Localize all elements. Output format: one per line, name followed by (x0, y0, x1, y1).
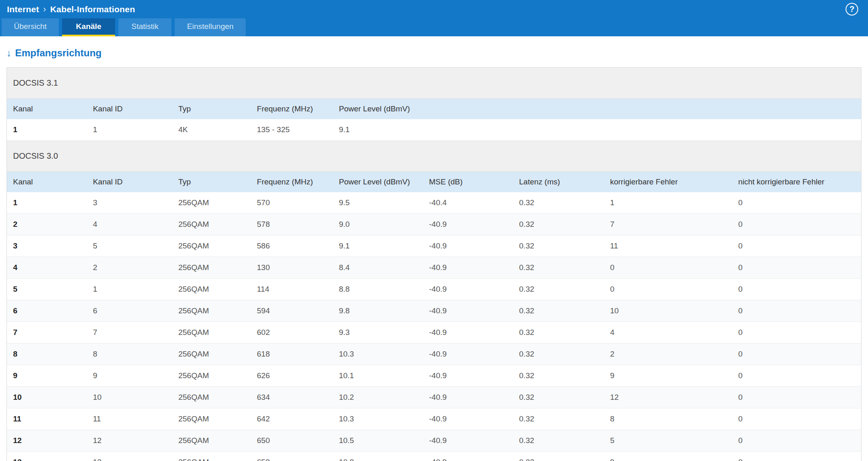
table-cell: 10.1 (333, 365, 423, 387)
column-header: Typ (172, 99, 251, 119)
table-cell: 4 (87, 214, 172, 235)
column-header: Kanal (7, 172, 87, 192)
breadcrumb-current-page: Kabel-Informationen (50, 4, 135, 14)
table-cell: 9.3 (333, 322, 423, 344)
column-header: Typ (172, 172, 251, 192)
table-cell: 642 (251, 408, 333, 430)
tab-einstellungen[interactable]: Einstellungen (175, 18, 246, 36)
table-cell: 0.32 (513, 344, 604, 365)
table-cell: 256QAM (172, 344, 251, 365)
table-cell: -40.9 (423, 235, 513, 257)
docsis30-table: KanalKanal IDTypFrequenz (MHz)Power Leve… (7, 172, 861, 461)
table-cell: 135 - 325 (251, 119, 333, 141)
table-cell: 9.1 (333, 119, 861, 141)
help-icon[interactable]: ? (846, 3, 858, 16)
table-cell: 10.3 (333, 344, 423, 365)
breadcrumb: Internet › Kabel-Informationen ? (0, 0, 868, 18)
docsis31-table-body: 114K135 - 3259.1 (7, 119, 861, 141)
table-cell: 0 (732, 279, 861, 300)
table-cell: 618 (251, 344, 333, 365)
docsis30-table-body: 13256QAM5709.5-40.40.321024256QAM5789.0-… (7, 192, 861, 461)
table-cell: 9.0 (333, 214, 423, 235)
docsis31-section-title: DOCSIS 3.1 (7, 68, 861, 99)
column-header: Frequenz (MHz) (251, 172, 333, 192)
column-header: Kanal ID (87, 99, 172, 119)
section-heading-empfangsrichtung: ↓ Empfangsrichtung (7, 47, 861, 59)
table-cell: 9 (604, 452, 732, 461)
docsis30-section-title: DOCSIS 3.0 (7, 141, 861, 172)
table-cell: 8.8 (333, 279, 423, 300)
tab-kanaele[interactable]: Kanäle (62, 18, 115, 36)
table-cell: 0.32 (513, 300, 604, 322)
table-cell: 0.32 (513, 387, 604, 408)
table-cell: 0 (604, 279, 732, 300)
table-cell: 8.4 (333, 257, 423, 279)
table-cell: 10 (87, 387, 172, 408)
table-cell: 12 (604, 387, 732, 408)
table-cell: 0.32 (513, 452, 604, 461)
table-cell: 7 (7, 322, 87, 344)
tab-statistik[interactable]: Statistik (118, 18, 171, 36)
table-cell: 0 (732, 365, 861, 387)
table-cell: -40.9 (423, 214, 513, 235)
table-cell: 13 (7, 452, 87, 461)
table-cell: -40.9 (423, 387, 513, 408)
column-header: Kanal (7, 99, 87, 119)
table-cell: 602 (251, 322, 333, 344)
table-cell: 256QAM (172, 214, 251, 235)
table-cell: 256QAM (172, 452, 251, 461)
table-cell: 570 (251, 192, 333, 214)
table-cell: 0 (732, 408, 861, 430)
table-row: 1212256QAM65010.5-40.90.3250 (7, 430, 861, 452)
table-cell: 0 (732, 452, 861, 461)
table-cell: 256QAM (172, 279, 251, 300)
table-cell: 0 (732, 192, 861, 214)
table-cell: 1 (7, 119, 87, 141)
chevron-right-icon: › (43, 4, 46, 15)
tab-bar: Übersicht Kanäle Statistik Einstellungen (0, 18, 868, 36)
table-cell: 7 (87, 322, 172, 344)
table-cell: 10.5 (333, 430, 423, 452)
table-cell: 0 (732, 257, 861, 279)
table-header-row: KanalKanal IDTypFrequenz (MHz)Power Leve… (7, 172, 861, 192)
table-cell: 9.5 (333, 192, 423, 214)
table-cell: -40.9 (423, 279, 513, 300)
table-cell: 0.32 (513, 279, 604, 300)
table-cell: 1 (87, 279, 172, 300)
table-cell: 586 (251, 235, 333, 257)
table-cell: 2 (87, 257, 172, 279)
table-cell: 0 (732, 322, 861, 344)
table-cell: 5 (604, 430, 732, 452)
table-cell: 10.3 (333, 408, 423, 430)
breadcrumb-internet[interactable]: Internet (7, 4, 39, 14)
table-cell: 634 (251, 387, 333, 408)
table-cell: 1 (87, 119, 172, 141)
down-arrow-icon: ↓ (7, 47, 11, 59)
table-cell: -40.9 (423, 257, 513, 279)
table-row: 35256QAM5869.1-40.90.32110 (7, 235, 861, 257)
table-cell: 2 (604, 344, 732, 365)
tab-uebersicht[interactable]: Übersicht (2, 18, 59, 36)
table-row: 42256QAM1308.4-40.90.3200 (7, 257, 861, 279)
table-row: 99256QAM62610.1-40.90.3290 (7, 365, 861, 387)
table-cell: 12 (7, 430, 87, 452)
table-cell: 1 (604, 192, 732, 214)
table-cell: 9 (87, 365, 172, 387)
table-cell: -40.9 (423, 322, 513, 344)
table-cell: 8 (87, 344, 172, 365)
column-header: korrigierbare Fehler (604, 172, 732, 192)
table-cell: 4 (7, 257, 87, 279)
table-cell: 8 (604, 408, 732, 430)
docsis31-table: KanalKanal IDTypFrequenz (MHz)Power Leve… (7, 99, 861, 141)
table-row: 24256QAM5789.0-40.90.3270 (7, 214, 861, 235)
table-cell: 0 (732, 235, 861, 257)
table-header-row: KanalKanal IDTypFrequenz (MHz)Power Leve… (7, 99, 861, 119)
table-cell: 0 (604, 257, 732, 279)
table-cell: 4K (172, 119, 251, 141)
table-cell: 0.32 (513, 430, 604, 452)
table-cell: 256QAM (172, 235, 251, 257)
table-cell: 10.2 (333, 387, 423, 408)
table-cell: 256QAM (172, 365, 251, 387)
table-cell: 3 (7, 235, 87, 257)
table-cell: -40.9 (423, 452, 513, 461)
